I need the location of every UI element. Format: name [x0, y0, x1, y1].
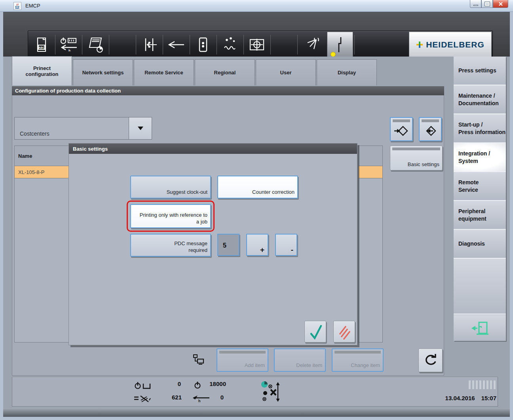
export-diamond-icon — [423, 124, 439, 138]
minimize-button[interactable] — [470, 0, 481, 8]
increment-button[interactable]: + — [246, 234, 268, 256]
press-state-icon — [260, 380, 280, 405]
sidebar-item-integration-system[interactable]: Integration / System — [454, 143, 506, 172]
tab-user[interactable]: User — [256, 59, 316, 85]
basic-settings-button[interactable]: Basic settings — [390, 146, 443, 170]
sidebar-item-label: Integration / System — [458, 150, 490, 164]
main-toolbar: ABC h — [28, 30, 493, 59]
press-step-icon — [334, 36, 346, 54]
tab-display[interactable]: Display — [317, 59, 377, 85]
washup-button[interactable] — [300, 32, 326, 58]
app-top-strip: ABC h — [3, 12, 510, 57]
toolbar-separator — [297, 35, 298, 55]
button-stripe — [393, 119, 410, 122]
tab-label: Prinect configuration — [17, 65, 67, 77]
toolbar-separator — [243, 35, 244, 55]
dampening-button[interactable] — [217, 32, 243, 58]
refresh-rotate-icon — [424, 354, 438, 367]
pdc-value-text: 5 — [223, 242, 226, 249]
costcenters-dropdown[interactable]: Costcenters — [14, 117, 152, 140]
delete-item-button[interactable]: Delete item — [274, 348, 326, 372]
sidebar-item-diagnosis[interactable]: Diagnosis — [454, 230, 506, 259]
dialog-title-label: Basic settings — [73, 146, 108, 152]
exit-button[interactable] — [454, 315, 506, 341]
sidebar-item-startup-press-information[interactable]: Start-up / Press information — [454, 114, 506, 143]
change-item-button[interactable]: Change item — [332, 348, 384, 372]
printing-plate-button[interactable] — [190, 32, 216, 58]
sidebar-item-label: Maintenance / Documentation — [458, 92, 499, 106]
chevron-down-icon — [138, 127, 143, 130]
toolbar-separator — [136, 35, 136, 55]
minimize-icon — [473, 5, 478, 6]
sheet-backward-icon — [167, 40, 185, 49]
maximize-icon — [485, 2, 490, 6]
sidebar-item-label: Start-up / Press information — [458, 121, 505, 135]
clock-out-icon: h — [59, 37, 78, 53]
costcenters-label: Costcenters — [20, 131, 49, 137]
tab-label: Regional — [214, 70, 236, 76]
counter-report-button[interactable]: ABC — [28, 32, 55, 58]
job-sheet-button[interactable] — [82, 32, 108, 58]
tab-network-settings[interactable]: Network settings — [73, 59, 133, 85]
basic-settings-button-label: Basic settings — [408, 161, 439, 168]
confirm-button[interactable] — [304, 321, 326, 342]
time-value: 15:07 — [481, 395, 496, 401]
network-station-icon — [193, 354, 205, 367]
sidebar-item-label: Remote Service — [458, 179, 479, 193]
section-header: Configuration of production data collect… — [12, 86, 444, 95]
dropdown-arrow-button[interactable] — [129, 117, 152, 139]
tab-label: Display — [338, 70, 356, 76]
pdc-message-required-toggle[interactable]: PDC message required — [130, 234, 211, 257]
job-sheet-icon — [87, 36, 104, 53]
counter-correction-toggle[interactable]: Counter correction — [217, 176, 298, 199]
basic-settings-dialog: Basic settings Suggest clock-out Counter… — [68, 143, 357, 345]
sidebar-item-remote-service[interactable]: Remote Service — [454, 172, 506, 201]
app-bottom-strip — [3, 408, 510, 417]
decrement-button[interactable]: - — [275, 234, 297, 256]
suggest-clock-out-toggle[interactable]: Suggest clock-out — [130, 176, 211, 199]
register-button[interactable] — [244, 32, 270, 58]
cancel-button[interactable] — [333, 321, 355, 342]
check-icon — [308, 323, 323, 341]
toolbar-separator — [354, 35, 355, 55]
maximize-button[interactable] — [481, 0, 493, 8]
import-diamond-icon — [394, 124, 410, 138]
section-header-title: Configuration of production data collect… — [15, 88, 121, 94]
brand-wordmark: HEIDELBERG — [426, 40, 484, 49]
close-button[interactable] — [493, 0, 508, 8]
sidebar-item-maintenance-documentation[interactable]: Maintenance / Documentation — [454, 85, 506, 114]
export-settings-button[interactable] — [419, 117, 442, 141]
sheet-infeed-button[interactable] — [136, 32, 162, 58]
clock-out-button[interactable]: h — [55, 32, 82, 58]
printing-only-with-job-toggle[interactable]: Printing only with reference to a job — [130, 204, 211, 228]
impression-counter-icon — [134, 381, 152, 392]
import-settings-button[interactable] — [390, 117, 413, 141]
sidebar-item-peripheral-equipment[interactable]: Peripheral equipment — [454, 201, 506, 230]
tab-regional[interactable]: Regional — [195, 59, 255, 85]
per-hour-value: 0 — [210, 394, 224, 401]
suggest-clock-out-label: Suggest clock-out — [167, 189, 207, 196]
tab-remote-service[interactable]: Remote Service — [134, 59, 194, 85]
refresh-button[interactable] — [418, 348, 443, 372]
exit-door-icon — [470, 320, 489, 336]
table-row-selected[interactable]: XL-105-8-P — [14, 166, 70, 178]
washup-icon — [304, 36, 321, 53]
sidebar-item-label: Press settings — [458, 67, 496, 74]
svg-text:h: h — [198, 399, 201, 403]
table-header-fragment — [358, 146, 383, 166]
add-item-button[interactable]: Add item — [217, 348, 268, 372]
window-controls — [470, 0, 508, 9]
sheet-backward-button[interactable] — [163, 32, 189, 58]
heidelberg-plus-icon — [416, 41, 423, 48]
java-cup-glyph — [15, 3, 20, 9]
table-row-selected-fragment[interactable] — [358, 166, 383, 178]
tab-prinect-configuration[interactable]: Prinect configuration — [12, 56, 72, 85]
toolbar-separator — [163, 35, 163, 55]
window-title: EMCP — [25, 3, 40, 9]
table-header-name: Name — [14, 146, 70, 166]
net-count-value: 621 — [159, 394, 182, 401]
pdc-value-field[interactable]: 5 — [217, 234, 239, 256]
register-icon — [249, 38, 265, 52]
table-body-empty — [14, 178, 70, 342]
sidebar-item-press-settings[interactable]: Press settings — [454, 57, 506, 85]
